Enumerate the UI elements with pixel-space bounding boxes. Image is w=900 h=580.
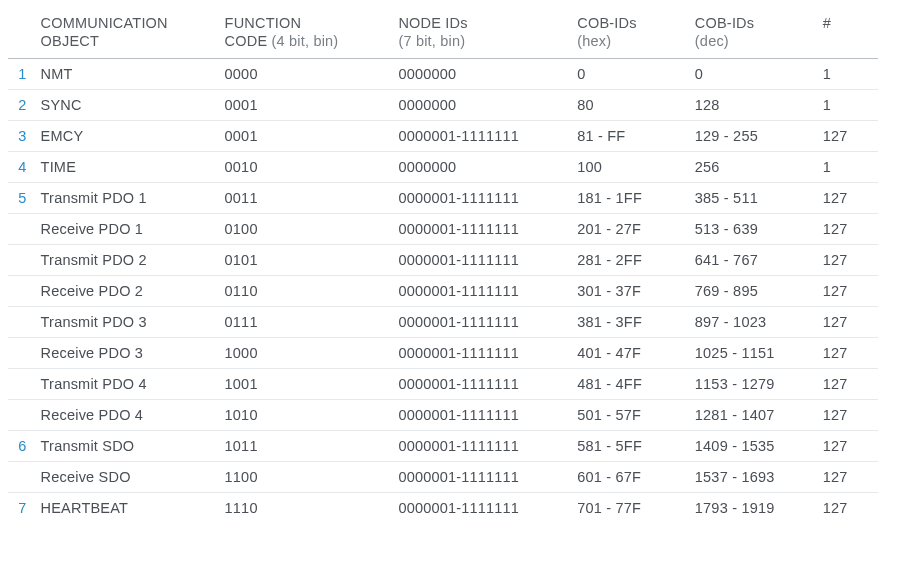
header-sub: (dec) — [695, 33, 729, 49]
cell-communication-object: HEARTBEAT — [35, 493, 219, 524]
cell-cob-ids-dec: 129 - 255 — [689, 121, 817, 152]
row-index — [8, 307, 35, 338]
cell-communication-object: Transmit PDO 2 — [35, 245, 219, 276]
col-communication-object: COMMUNICATION OBJECT — [35, 10, 219, 59]
table-row: 6Transmit SDO10110000001-1111111581 - 5F… — [8, 431, 878, 462]
cell-cob-ids-hex: 181 - 1FF — [571, 183, 689, 214]
cell-communication-object: Receive PDO 3 — [35, 338, 219, 369]
row-index — [8, 400, 35, 431]
cell-cob-ids-dec: 513 - 639 — [689, 214, 817, 245]
header-line: COB-IDs — [695, 15, 754, 31]
cell-cob-ids-hex: 501 - 57F — [571, 400, 689, 431]
row-index: 1 — [8, 59, 35, 90]
cell-cob-ids-hex: 301 - 37F — [571, 276, 689, 307]
row-index — [8, 338, 35, 369]
row-index — [8, 369, 35, 400]
cell-communication-object: Transmit PDO 4 — [35, 369, 219, 400]
cell-communication-object: EMCY — [35, 121, 219, 152]
col-count: # — [817, 10, 878, 59]
cell-function-code: 0100 — [219, 214, 393, 245]
row-index: 3 — [8, 121, 35, 152]
cell-count: 127 — [817, 121, 878, 152]
cell-node-ids: 0000001-1111111 — [392, 183, 571, 214]
cell-node-ids: 0000001-1111111 — [392, 307, 571, 338]
row-index — [8, 245, 35, 276]
row-index — [8, 214, 35, 245]
cell-node-ids: 0000000 — [392, 152, 571, 183]
cell-node-ids: 0000001-1111111 — [392, 369, 571, 400]
header-line: CODE — [225, 33, 268, 49]
table-row: 1NMT00000000000001 — [8, 59, 878, 90]
cell-cob-ids-dec: 769 - 895 — [689, 276, 817, 307]
cell-function-code: 1011 — [219, 431, 393, 462]
cell-node-ids: 0000001-1111111 — [392, 400, 571, 431]
table-row: 4TIME001000000001002561 — [8, 152, 878, 183]
col-function-code: FUNCTION CODE (4 bit, bin) — [219, 10, 393, 59]
cell-cob-ids-hex: 481 - 4FF — [571, 369, 689, 400]
table-body: 1NMT000000000000012SYNC00010000000801281… — [8, 59, 878, 524]
cell-cob-ids-dec: 0 — [689, 59, 817, 90]
table-row: Receive PDO 101000000001-1111111201 - 27… — [8, 214, 878, 245]
cell-node-ids: 0000001-1111111 — [392, 245, 571, 276]
cell-cob-ids-dec: 385 - 511 — [689, 183, 817, 214]
cell-cob-ids-hex: 381 - 3FF — [571, 307, 689, 338]
table-row: Receive SDO11000000001-1111111601 - 67F1… — [8, 462, 878, 493]
cell-count: 127 — [817, 276, 878, 307]
cell-function-code: 1000 — [219, 338, 393, 369]
cell-cob-ids-hex: 0 — [571, 59, 689, 90]
cell-node-ids: 0000001-1111111 — [392, 338, 571, 369]
header-line: NODE IDs — [398, 15, 467, 31]
row-index: 6 — [8, 431, 35, 462]
header-line: COMMUNICATION — [41, 15, 168, 31]
cell-cob-ids-dec: 897 - 1023 — [689, 307, 817, 338]
header-line: # — [823, 15, 831, 31]
cell-cob-ids-dec: 1025 - 1151 — [689, 338, 817, 369]
cell-count: 127 — [817, 369, 878, 400]
cell-node-ids: 0000001-1111111 — [392, 431, 571, 462]
cell-node-ids: 0000001-1111111 — [392, 276, 571, 307]
cell-count: 1 — [817, 90, 878, 121]
cell-communication-object: SYNC — [35, 90, 219, 121]
cell-node-ids: 0000001-1111111 — [392, 214, 571, 245]
table-row: Receive PDO 310000000001-1111111401 - 47… — [8, 338, 878, 369]
table-row: Receive PDO 201100000001-1111111301 - 37… — [8, 276, 878, 307]
cell-cob-ids-dec: 1281 - 1407 — [689, 400, 817, 431]
table-row: Transmit PDO 410010000001-1111111481 - 4… — [8, 369, 878, 400]
cell-node-ids: 0000000 — [392, 59, 571, 90]
cell-function-code: 0111 — [219, 307, 393, 338]
cell-cob-ids-hex: 401 - 47F — [571, 338, 689, 369]
cell-function-code: 0000 — [219, 59, 393, 90]
cell-count: 127 — [817, 493, 878, 524]
cell-count: 127 — [817, 307, 878, 338]
header-line: FUNCTION — [225, 15, 302, 31]
row-index: 2 — [8, 90, 35, 121]
cell-node-ids: 0000000 — [392, 90, 571, 121]
table-row: Transmit PDO 301110000001-1111111381 - 3… — [8, 307, 878, 338]
table-row: 2SYNC00010000000801281 — [8, 90, 878, 121]
col-index — [8, 10, 35, 59]
table-row: Receive PDO 410100000001-1111111501 - 57… — [8, 400, 878, 431]
cell-cob-ids-dec: 128 — [689, 90, 817, 121]
cell-count: 127 — [817, 400, 878, 431]
cell-cob-ids-hex: 281 - 2FF — [571, 245, 689, 276]
cell-function-code: 1110 — [219, 493, 393, 524]
table-row: 7HEARTBEAT11100000001-1111111701 - 77F17… — [8, 493, 878, 524]
row-index — [8, 276, 35, 307]
cell-function-code: 0001 — [219, 121, 393, 152]
row-index: 5 — [8, 183, 35, 214]
cell-cob-ids-hex: 80 — [571, 90, 689, 121]
cell-cob-ids-hex: 601 - 67F — [571, 462, 689, 493]
cell-communication-object: Receive PDO 2 — [35, 276, 219, 307]
col-node-ids: NODE IDs (7 bit, bin) — [392, 10, 571, 59]
cell-cob-ids-dec: 256 — [689, 152, 817, 183]
cell-communication-object: Receive SDO — [35, 462, 219, 493]
row-index — [8, 462, 35, 493]
cell-function-code: 1100 — [219, 462, 393, 493]
cell-cob-ids-dec: 641 - 767 — [689, 245, 817, 276]
col-cob-ids-dec: COB-IDs (dec) — [689, 10, 817, 59]
cell-count: 1 — [817, 152, 878, 183]
cell-count: 127 — [817, 338, 878, 369]
header-sub: (4 bit, bin) — [267, 33, 338, 49]
cell-cob-ids-dec: 1409 - 1535 — [689, 431, 817, 462]
table-row: 5Transmit PDO 100110000001-1111111181 - … — [8, 183, 878, 214]
